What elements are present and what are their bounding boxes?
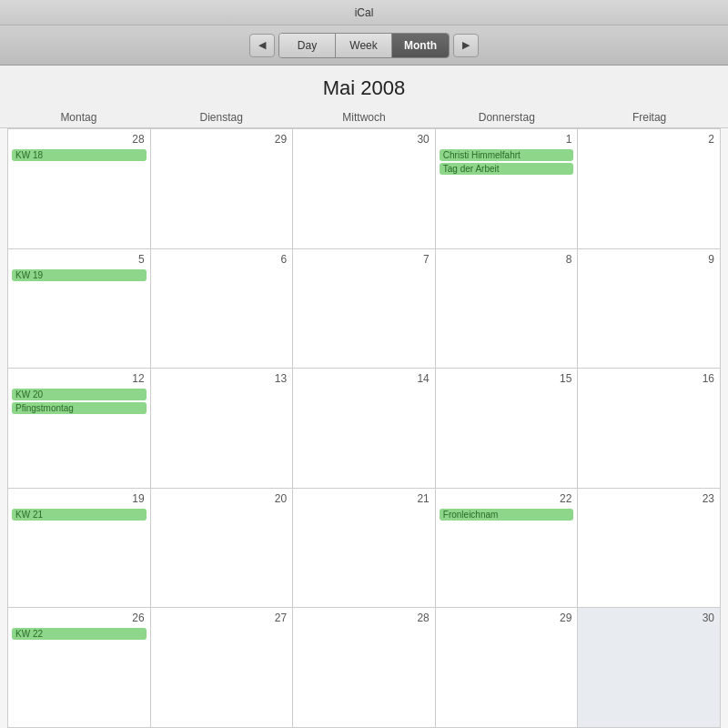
cell-date: 15 xyxy=(440,370,574,389)
cell-date: 30 xyxy=(581,610,716,628)
day-header: Mittwoch xyxy=(293,107,436,127)
calendar-grid: 28KW 1829301Christi HimmelfahrtTag der A… xyxy=(7,128,721,728)
calendar-cell[interactable]: 26KW 22 xyxy=(8,608,151,728)
cell-date: 2 xyxy=(581,131,716,149)
cell-date: 21 xyxy=(297,490,431,509)
calendar-cell[interactable]: 16 xyxy=(578,369,721,489)
week-view-button[interactable]: Week xyxy=(336,34,392,57)
cell-date: 6 xyxy=(155,251,289,269)
calendar-cell[interactable]: 20 xyxy=(151,489,294,609)
cell-date: 29 xyxy=(440,610,574,628)
prev-icon: ◀ xyxy=(258,39,266,51)
prev-button[interactable]: ◀ xyxy=(249,34,275,57)
calendar-cell[interactable]: 12KW 20Pfingstmontag xyxy=(8,369,151,489)
calendar-cell[interactable]: 8 xyxy=(436,249,579,369)
day-header: Dienstag xyxy=(150,107,293,127)
event-bar[interactable]: KW 18 xyxy=(12,149,147,161)
app-title: iCal xyxy=(355,6,374,19)
calendar-cell[interactable]: 28 xyxy=(293,608,436,728)
calendar-cell[interactable]: 2 xyxy=(578,129,721,249)
calendar-cell[interactable]: 9 xyxy=(578,249,721,369)
cell-date: 7 xyxy=(297,251,431,269)
calendar-cell[interactable]: 30 xyxy=(578,608,721,728)
cell-date: 5 xyxy=(12,251,147,269)
calendar-cell[interactable]: 29 xyxy=(151,129,294,249)
calendar-cell[interactable]: 14 xyxy=(293,369,436,489)
day-header: Freitag xyxy=(578,107,721,127)
cell-date: 28 xyxy=(297,610,431,628)
event-bar[interactable]: Tag der Arbeit xyxy=(440,163,574,175)
calendar-cell[interactable]: 7 xyxy=(293,249,436,369)
day-header: Donnerstag xyxy=(435,107,578,127)
cell-date: 1 xyxy=(440,131,574,149)
cell-date: 22 xyxy=(440,490,574,509)
event-bar[interactable]: Pfingstmontag xyxy=(12,402,147,414)
event-bar[interactable]: Fronleichnam xyxy=(440,509,574,521)
cell-date: 26 xyxy=(12,610,147,628)
calendar-cell[interactable]: 1Christi HimmelfahrtTag der Arbeit xyxy=(436,129,579,249)
month-view-button[interactable]: Month xyxy=(392,34,449,57)
calendar-cell[interactable]: 28KW 18 xyxy=(8,129,151,249)
event-bar[interactable]: KW 21 xyxy=(12,509,147,521)
calendar-cell[interactable]: 27 xyxy=(151,608,294,728)
cell-date: 9 xyxy=(581,251,716,269)
cell-date: 12 xyxy=(12,370,147,389)
cell-date: 8 xyxy=(440,251,574,269)
calendar-container: Mai 2008 MontagDienstagMittwochDonnersta… xyxy=(0,66,728,728)
calendar-cell[interactable]: 19KW 21 xyxy=(8,489,151,609)
view-group: Day Week Month xyxy=(278,33,450,58)
month-title: Mai 2008 xyxy=(0,66,728,107)
calendar-cell[interactable]: 29 xyxy=(436,608,579,728)
calendar-cell[interactable]: 13 xyxy=(151,369,294,489)
cell-date: 28 xyxy=(12,131,147,149)
day-headers: MontagDienstagMittwochDonnerstagFreitag xyxy=(0,107,728,128)
cell-date: 20 xyxy=(155,490,289,509)
calendar-cell[interactable]: 6 xyxy=(151,249,294,369)
event-bar[interactable]: KW 20 xyxy=(12,389,147,400)
next-icon: ▶ xyxy=(462,39,470,51)
calendar-cell[interactable]: 22Fronleichnam xyxy=(436,489,579,609)
calendar-cell[interactable]: 30 xyxy=(293,129,436,249)
cell-date: 23 xyxy=(581,490,716,509)
cell-date: 16 xyxy=(581,370,716,389)
calendar-cell[interactable]: 23 xyxy=(578,489,721,609)
cell-date: 29 xyxy=(155,131,289,149)
calendar-cell[interactable]: 5KW 19 xyxy=(8,249,151,369)
cell-date: 30 xyxy=(297,131,431,149)
calendar-cell[interactable]: 21 xyxy=(293,489,436,609)
titlebar: iCal xyxy=(0,0,728,25)
event-bar[interactable]: KW 22 xyxy=(12,628,147,640)
cell-date: 27 xyxy=(155,610,289,628)
calendar-cell[interactable]: 15 xyxy=(436,369,579,489)
cell-date: 13 xyxy=(155,370,289,389)
toolbar: ◀ Day Week Month ▶ xyxy=(0,25,728,66)
event-bar[interactable]: KW 19 xyxy=(12,269,147,281)
cell-date: 14 xyxy=(297,370,431,389)
event-bar[interactable]: Christi Himmelfahrt xyxy=(440,149,574,161)
day-header: Montag xyxy=(7,107,150,127)
next-button[interactable]: ▶ xyxy=(453,34,479,57)
day-view-button[interactable]: Day xyxy=(279,34,336,57)
cell-date: 19 xyxy=(12,490,147,509)
